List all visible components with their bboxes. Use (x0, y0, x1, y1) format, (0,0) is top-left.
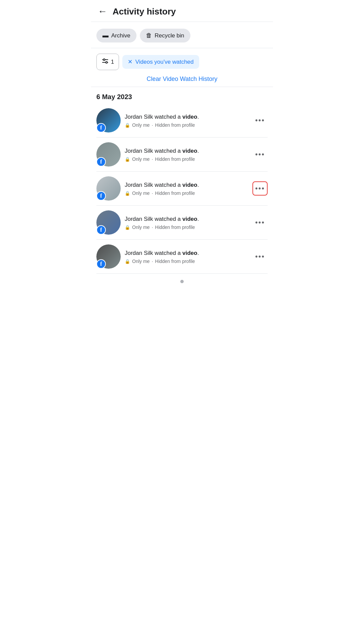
meta-separator: · (152, 122, 153, 128)
lock-icon: 🔒 (125, 225, 130, 230)
active-filters-row: 1 ✕ Videos you've watched (91, 48, 273, 70)
archive-label: Archive (111, 32, 130, 39)
more-options-button[interactable]: ••• (252, 215, 268, 230)
activity-meta: 🔒 Only me · Hidden from profile (125, 259, 250, 264)
recycle-bin-label: Recycle bin (155, 32, 184, 39)
video-bold: video (182, 182, 197, 188)
privacy-label: Only me (132, 122, 150, 128)
clear-link-row: Clear Video Watch History (91, 70, 273, 87)
activity-content: Jordan Silk watched a video. 🔒 Only me ·… (125, 249, 250, 264)
trash-icon: 🗑 (146, 32, 152, 39)
visibility-label: Hidden from profile (155, 190, 195, 196)
privacy-label: Only me (132, 156, 150, 162)
action-buttons-row: ▬ Archive 🗑 Recycle bin (91, 22, 273, 48)
recycle-bin-button[interactable]: 🗑 Recycle bin (140, 29, 190, 42)
activity-item: f Jordan Silk watched a video. 🔒 Only me… (96, 172, 268, 206)
activity-text: Jordan Silk watched a video. (125, 249, 250, 257)
avatar-wrap: f (96, 142, 121, 167)
privacy-label: Only me (132, 190, 150, 196)
svg-point-3 (106, 62, 108, 63)
activity-text: Jordan Silk watched a video. (125, 113, 250, 121)
activity-content: Jordan Silk watched a video. 🔒 Only me ·… (125, 113, 250, 128)
privacy-label: Only me (132, 225, 150, 230)
chip-label: Videos you've watched (135, 59, 193, 65)
activity-meta: 🔒 Only me · Hidden from profile (125, 156, 250, 162)
activity-meta: 🔒 Only me · Hidden from profile (125, 122, 250, 128)
facebook-badge: f (96, 225, 106, 235)
page-title: Activity history (113, 6, 176, 17)
video-bold: video (182, 114, 197, 120)
visibility-label: Hidden from profile (155, 259, 195, 264)
header: ← Activity history (91, 0, 273, 22)
date-group: 6 May 2023 f Jordan Silk watched a video… (91, 87, 273, 274)
lock-icon: 🔒 (125, 123, 130, 128)
visibility-label: Hidden from profile (155, 122, 195, 128)
filter-icon (101, 57, 109, 66)
archive-icon: ▬ (102, 32, 109, 39)
activity-item: f Jordan Silk watched a video. 🔒 Only me… (96, 104, 268, 138)
activity-item: f Jordan Silk watched a video. 🔒 Only me… (96, 206, 268, 240)
back-button[interactable]: ← (96, 5, 109, 18)
scroll-indicator-dot (180, 280, 184, 283)
lock-icon: 🔒 (125, 191, 130, 196)
privacy-label: Only me (132, 259, 150, 264)
activities-list: f Jordan Silk watched a video. 🔒 Only me… (96, 104, 268, 274)
activity-content: Jordan Silk watched a video. 🔒 Only me ·… (125, 215, 250, 230)
activity-text: Jordan Silk watched a video. (125, 215, 250, 223)
meta-separator: · (152, 190, 153, 196)
activity-meta: 🔒 Only me · Hidden from profile (125, 190, 250, 196)
activity-meta: 🔒 Only me · Hidden from profile (125, 225, 250, 230)
activity-text: Jordan Silk watched a video. (125, 181, 250, 189)
activity-item: f Jordan Silk watched a video. 🔒 Only me… (96, 240, 268, 274)
meta-separator: · (152, 259, 153, 264)
facebook-badge: f (96, 259, 106, 269)
visibility-label: Hidden from profile (155, 156, 195, 162)
activity-item: f Jordan Silk watched a video. 🔒 Only me… (96, 138, 268, 172)
more-options-button[interactable]: ••• (252, 113, 268, 127)
date-label: 6 May 2023 (96, 93, 268, 101)
back-arrow-icon: ← (98, 7, 107, 16)
bottom-indicator (91, 274, 273, 287)
facebook-badge: f (96, 157, 106, 167)
activity-content: Jordan Silk watched a video. 🔒 Only me ·… (125, 147, 250, 162)
svg-point-2 (103, 59, 105, 61)
visibility-label: Hidden from profile (155, 225, 195, 230)
meta-separator: · (152, 156, 153, 162)
lock-icon: 🔒 (125, 259, 130, 264)
avatar-wrap: f (96, 108, 121, 132)
filter-count-value: 1 (111, 59, 114, 65)
avatar-wrap: f (96, 176, 121, 201)
avatar-wrap: f (96, 210, 121, 235)
archive-button[interactable]: ▬ Archive (96, 29, 136, 42)
avatar-wrap: f (96, 244, 121, 269)
facebook-badge: f (96, 191, 106, 201)
filter-count-button[interactable]: 1 (96, 54, 119, 70)
facebook-badge: f (96, 123, 106, 132)
meta-separator: · (152, 225, 153, 230)
activity-text: Jordan Silk watched a video. (125, 147, 250, 155)
activity-content: Jordan Silk watched a video. 🔒 Only me ·… (125, 181, 250, 196)
clear-video-watch-history-button[interactable]: Clear Video Watch History (147, 76, 217, 83)
video-bold: video (182, 148, 197, 154)
lock-icon: 🔒 (125, 157, 130, 162)
more-options-button[interactable]: ••• (252, 181, 268, 196)
chip-close-icon: ✕ (128, 58, 132, 65)
video-bold: video (182, 250, 197, 256)
videos-watched-chip[interactable]: ✕ Videos you've watched (122, 55, 199, 69)
video-bold: video (182, 216, 197, 222)
more-options-button[interactable]: ••• (252, 249, 268, 264)
more-options-button[interactable]: ••• (252, 147, 268, 161)
